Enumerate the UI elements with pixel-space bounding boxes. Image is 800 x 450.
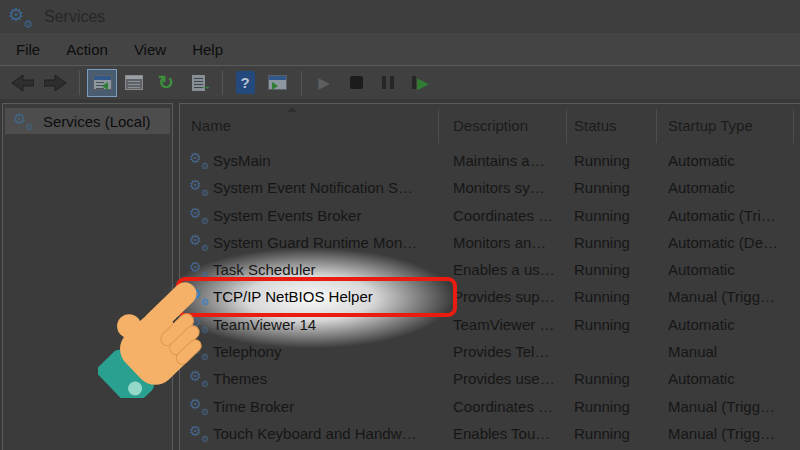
menu-bar: File Action View Help <box>0 33 800 66</box>
service-gear-icon: ⚙⚙ <box>189 315 208 333</box>
table-row[interactable]: ⚙⚙ TeamViewer 14 TeamViewer … Running Au… <box>180 311 800 338</box>
table-row[interactable]: ⚙⚙ SysMain Maintains a… Running Automati… <box>180 147 800 174</box>
service-description: Provides sup… <box>453 283 565 310</box>
service-gear-icon: ⚙⚙ <box>189 206 208 224</box>
service-name: Telephony <box>213 338 443 365</box>
restart-service-icon[interactable]: ▶ <box>405 69 435 97</box>
column-header-name[interactable]: Name <box>191 104 231 147</box>
table-row[interactable]: ⚙⚙ Themes Provides use… Running Automati… <box>180 365 800 392</box>
service-description: Coordinates … <box>453 202 565 229</box>
table-row[interactable]: ⚙⚙ Task Scheduler Enables a us… Running … <box>180 256 800 283</box>
service-status: Running <box>574 393 659 420</box>
service-name: Task Scheduler <box>213 256 443 283</box>
service-startup-type: Manual (Trigg… <box>668 283 796 310</box>
service-description: Enables Tou… <box>453 420 565 447</box>
service-name: Themes <box>213 365 443 392</box>
service-name: SysMain <box>213 147 443 174</box>
service-startup-type: Manual <box>668 338 796 365</box>
service-status: Running <box>574 147 659 174</box>
service-list-panel: Name Description Status Startup Type ⚙⚙ … <box>179 103 800 450</box>
service-status: Running <box>574 174 659 201</box>
service-startup-type: Automatic <box>668 311 796 338</box>
table-row[interactable]: ⚙⚙ Telephony Provides Tel… Manual <box>180 338 800 365</box>
show-action-pane-icon[interactable] <box>262 69 292 97</box>
service-description: Provides use… <box>453 365 565 392</box>
service-description: Monitors an… <box>453 229 565 256</box>
export-list-icon[interactable]: → <box>183 69 213 97</box>
service-name: Touch Keyboard and Handw… <box>213 420 443 447</box>
service-name: TCP/IP NetBIOS Helper <box>213 283 443 310</box>
service-startup-type: Automatic <box>668 147 796 174</box>
back-icon[interactable] <box>8 69 38 97</box>
service-gear-icon: ⚙⚙ <box>189 342 208 360</box>
forward-icon[interactable] <box>40 69 70 97</box>
service-status: Running <box>574 256 659 283</box>
service-status: Running <box>574 311 659 338</box>
service-description: Coordinates … <box>453 393 565 420</box>
column-header-description[interactable]: Description <box>453 104 528 147</box>
pause-service-icon[interactable] <box>373 69 403 97</box>
service-startup-type: Automatic <box>668 365 796 392</box>
table-row[interactable]: ⚙⚙ System Events Broker Coordinates … Ru… <box>180 202 800 229</box>
service-name: TeamViewer 14 <box>213 311 443 338</box>
service-name: System Guard Runtime Mon… <box>213 229 443 256</box>
service-name: System Events Broker <box>213 202 443 229</box>
table-row[interactable]: ⚙⚙ Time Broker Coordinates … Running Man… <box>180 393 800 420</box>
service-gear-icon: ⚙⚙ <box>189 151 208 169</box>
service-status: Running <box>574 365 659 392</box>
service-gear-icon: ⚙⚙ <box>189 260 208 278</box>
toolbar-separator <box>301 71 302 95</box>
window-title: Services <box>44 8 105 26</box>
toolbar-separator <box>222 71 223 95</box>
column-header-startup-type[interactable]: Startup Type <box>668 104 753 147</box>
services-gear-icon: ⚙⚙ <box>13 112 33 130</box>
toolbar-separator <box>79 71 80 95</box>
sort-ascending-icon <box>287 107 297 112</box>
start-service-icon[interactable]: ▶ <box>309 69 339 97</box>
column-divider[interactable] <box>566 109 567 143</box>
column-header-status[interactable]: Status <box>574 104 617 147</box>
service-gear-icon: ⚙⚙ <box>189 424 208 442</box>
table-row[interactable]: ⚙⚙ System Event Notification S… Monitors… <box>180 174 800 201</box>
service-startup-type: Automatic (De… <box>668 229 796 256</box>
service-gear-icon: ⚙⚙ <box>189 369 208 387</box>
service-description: TeamViewer … <box>453 311 565 338</box>
service-gear-icon: ⚙⚙ <box>189 397 208 415</box>
sidebar-item-services-local[interactable]: ⚙⚙ Services (Local) <box>5 108 170 134</box>
service-startup-type: Manual (Trigg… <box>668 393 796 420</box>
title-bar: ⚙⚙ Services <box>0 0 800 33</box>
column-divider[interactable] <box>438 109 439 143</box>
menu-action[interactable]: Action <box>66 41 108 58</box>
show-console-tree-icon[interactable] <box>87 69 117 97</box>
menu-file[interactable]: File <box>16 41 40 58</box>
sidebar-item-label: Services (Local) <box>43 113 151 130</box>
services-app-icon: ⚙⚙ <box>8 6 32 28</box>
service-startup-type: Manual (Trigg… <box>668 420 796 447</box>
table-row[interactable]: ⚙⚙ TCP/IP NetBIOS Helper Provides sup… R… <box>180 283 800 310</box>
service-name: Time Broker <box>213 393 443 420</box>
list-header: Name Description Status Startup Type <box>180 104 800 147</box>
toolbar: ↻ → ? ▶ ▶ <box>0 66 800 99</box>
stop-service-icon[interactable] <box>341 69 371 97</box>
service-status: Running <box>574 420 659 447</box>
menu-view[interactable]: View <box>134 41 166 58</box>
column-divider[interactable] <box>656 109 657 143</box>
service-gear-icon: ⚙⚙ <box>189 178 208 196</box>
service-description: Enables a us… <box>453 256 565 283</box>
service-description: Provides Tel… <box>453 338 565 365</box>
properties-icon[interactable] <box>119 69 149 97</box>
help-icon[interactable]: ? <box>230 69 260 97</box>
service-status: Running <box>574 283 659 310</box>
menu-help[interactable]: Help <box>192 41 223 58</box>
content-area: ⚙⚙ Services (Local) Name Description Sta… <box>0 99 800 450</box>
table-row[interactable]: ⚙⚙ System Guard Runtime Mon… Monitors an… <box>180 229 800 256</box>
refresh-icon[interactable]: ↻ <box>151 69 181 97</box>
console-tree-panel: ⚙⚙ Services (Local) <box>2 103 173 450</box>
service-status: Running <box>574 229 659 256</box>
service-startup-type: Automatic <box>668 256 796 283</box>
service-name: System Event Notification S… <box>213 174 443 201</box>
table-row[interactable]: ⚙⚙ Touch Keyboard and Handw… Enables Tou… <box>180 420 800 447</box>
column-divider[interactable] <box>793 109 794 143</box>
service-list: ⚙⚙ SysMain Maintains a… Running Automati… <box>180 147 800 450</box>
service-startup-type: Automatic <box>668 174 796 201</box>
